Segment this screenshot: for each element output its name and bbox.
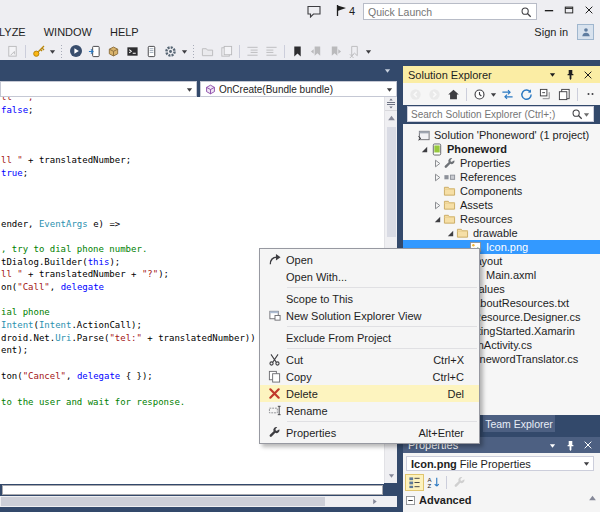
menu-item-cut[interactable]: CutCtrl+X <box>260 351 479 368</box>
tree-item-resources[interactable]: Resources <box>403 212 600 226</box>
toolbar-grip[interactable] <box>191 45 196 58</box>
maximize-button[interactable] <box>560 2 578 18</box>
indent-right-icon[interactable] <box>262 43 281 60</box>
collapse-box-icon[interactable] <box>406 496 415 505</box>
home-icon[interactable] <box>444 86 463 103</box>
scroll-up-icon[interactable] <box>588 494 597 503</box>
expander-closed-icon[interactable] <box>432 173 442 182</box>
expander-open-icon[interactable] <box>432 215 442 224</box>
window-position-caret-icon[interactable] <box>545 438 559 452</box>
pin-icon[interactable] <box>563 438 577 452</box>
categorized-icon[interactable] <box>405 474 424 491</box>
collapse-all-icon[interactable] <box>536 86 555 103</box>
code-segment: true <box>1 168 23 178</box>
quick-launch-box[interactable] <box>363 3 537 20</box>
tree-item-properties[interactable]: Properties <box>403 156 600 170</box>
scroll-right-icon[interactable] <box>368 496 380 507</box>
menu-item-delete[interactable]: DeleteDel <box>260 385 479 402</box>
overflow-icon[interactable] <box>581 86 600 103</box>
terminal-icon[interactable] <box>123 43 142 60</box>
doc-arrow-icon[interactable] <box>3 43 22 60</box>
menu-item-exclude-from-project[interactable]: Exclude From Project <box>260 329 479 346</box>
close-icon[interactable] <box>581 68 595 82</box>
code-segment: e) => <box>88 219 121 229</box>
nav-member-combo[interactable]: OnCreate(Bundle bundle) <box>200 81 397 97</box>
bookmark-clear-icon[interactable] <box>345 43 364 60</box>
search-input[interactable] <box>411 109 571 120</box>
package-icon[interactable] <box>104 43 123 60</box>
quick-launch-input[interactable] <box>368 6 520 18</box>
bookmark-prev-icon[interactable] <box>307 43 326 60</box>
bookmark-next-icon[interactable] <box>326 43 345 60</box>
wrench-gray-icon[interactable] <box>450 474 469 491</box>
solution-explorer-search-box[interactable] <box>407 106 594 122</box>
menu-item-open[interactable]: Open <box>260 251 479 268</box>
scrollbar-thumb[interactable] <box>1 497 325 506</box>
toolbar-grip[interactable] <box>59 45 64 58</box>
sort-az-icon[interactable]: AZ <box>424 474 443 491</box>
tree-item-drawable[interactable]: drawable <box>403 226 600 240</box>
solution-explorer-title-bar[interactable]: Solution Explorer <box>403 66 600 83</box>
feedback-icon[interactable] <box>306 4 322 18</box>
tab-team-explorer[interactable]: Team Explorer <box>483 415 555 432</box>
minimize-button[interactable] <box>540 2 558 18</box>
sync-icon[interactable] <box>498 86 517 103</box>
nav-class-combo[interactable] <box>0 81 197 97</box>
category-label: Advanced <box>419 494 472 506</box>
menu-item-scope-to-this[interactable]: Scope to This <box>260 290 479 307</box>
play-circle-icon[interactable] <box>66 43 85 60</box>
menu-item-window[interactable]: WINDOW <box>35 22 101 42</box>
expander-open-icon[interactable] <box>445 229 455 238</box>
menu-item-open-with[interactable]: Open With... <box>260 268 479 285</box>
refresh-icon[interactable] <box>517 86 536 103</box>
bookmark-icon[interactable] <box>288 43 307 60</box>
forward-icon[interactable] <box>425 86 444 103</box>
nav-member-label: OnCreate(Bundle bundle) <box>219 84 333 95</box>
search-icon <box>571 108 583 120</box>
folder-nav-icon[interactable] <box>198 43 217 60</box>
pin-icon[interactable] <box>563 68 577 82</box>
tree-item-components[interactable]: Components <box>403 184 600 198</box>
expander-open-icon[interactable] <box>419 145 429 154</box>
expander-closed-icon[interactable] <box>432 201 442 210</box>
editor-horizontal-scrollbar[interactable] <box>0 496 384 507</box>
tab-list-caret-icon[interactable] <box>383 67 392 74</box>
dropdown-caret-icon[interactable] <box>48 48 57 55</box>
device-deploy-icon[interactable] <box>85 43 104 60</box>
splitter-handle-icon[interactable] <box>385 97 397 111</box>
scrollbar-thumb[interactable] <box>387 127 396 237</box>
tree-item-assets[interactable]: Assets <box>403 198 600 212</box>
menu-item-analyze[interactable]: LYZE <box>0 22 35 42</box>
pending-changes-icon[interactable] <box>470 86 489 103</box>
tree-item-references[interactable]: References <box>403 170 600 184</box>
dropdown-caret-icon[interactable] <box>364 48 373 55</box>
menu-item-help[interactable]: HELP <box>101 22 148 42</box>
menu-item-properties[interactable]: PropertiesAlt+Enter <box>260 424 479 441</box>
menu-item-copy[interactable]: CopyCtrl+C <box>260 368 479 385</box>
gear-icon[interactable] <box>161 43 180 60</box>
scroll-up-icon[interactable] <box>385 112 397 124</box>
indent-left-icon[interactable] <box>243 43 262 60</box>
sign-in-button[interactable]: Sign in <box>534 22 568 42</box>
avatar-icon[interactable] <box>577 24 594 40</box>
properties-object-combo[interactable]: Icon.png File Properties <box>406 456 594 471</box>
tree-item-phoneword[interactable]: Phoneword <box>403 142 600 156</box>
preview-icon[interactable] <box>555 86 574 103</box>
dropdown-caret-icon[interactable] <box>489 91 498 98</box>
back-icon[interactable] <box>406 86 425 103</box>
window-position-caret-icon[interactable] <box>545 68 559 82</box>
close-icon[interactable] <box>581 438 595 452</box>
key-icon[interactable] <box>29 43 48 60</box>
notifications-flag[interactable]: 4 <box>336 4 355 17</box>
dropdown-caret-icon[interactable] <box>180 48 189 55</box>
doc-stack-icon[interactable] <box>217 43 236 60</box>
phone-app-icon[interactable] <box>142 43 161 60</box>
tree-item-solution-phoneword-1-project[interactable]: Solution 'Phoneword' (1 project) <box>403 128 600 142</box>
close-button[interactable] <box>580 2 598 18</box>
category-advanced[interactable]: Advanced <box>406 494 472 506</box>
menu-item-new-solution-explorer-view[interactable]: New Solution Explorer View <box>260 307 479 324</box>
scroll-down-icon[interactable] <box>385 469 397 481</box>
menu-item-rename[interactable]: Rename <box>260 402 479 419</box>
expander-closed-icon[interactable] <box>432 159 442 168</box>
menu-item-label: Open <box>286 254 479 266</box>
